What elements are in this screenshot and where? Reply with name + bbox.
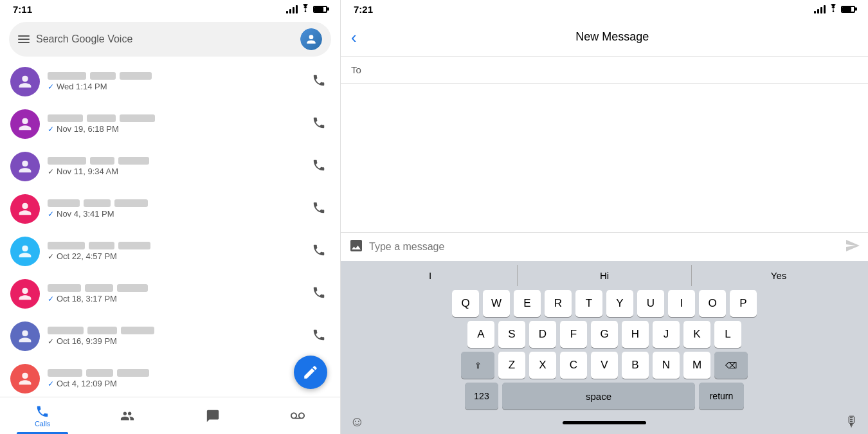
search-input[interactable]: Search Google Voice bbox=[36, 33, 294, 45]
key-i[interactable]: I bbox=[668, 290, 695, 317]
key-y[interactable]: Y bbox=[606, 290, 633, 317]
key-p[interactable]: P bbox=[730, 290, 757, 317]
message-status-icon: ✓ bbox=[48, 294, 54, 303]
shift-key[interactable]: ⇧ bbox=[461, 352, 494, 379]
wifi-icon bbox=[828, 4, 838, 15]
list-item[interactable]: ✓ Nov 4, 3:41 PM bbox=[0, 188, 340, 230]
key-a[interactable]: A bbox=[467, 321, 494, 348]
to-label: To bbox=[351, 64, 361, 75]
key-j[interactable]: J bbox=[653, 321, 680, 348]
recipient-input[interactable] bbox=[366, 64, 858, 75]
battery-icon bbox=[841, 6, 855, 13]
left-panel: 7:11 Searc bbox=[0, 0, 341, 434]
suggestion-hi[interactable]: Hi bbox=[518, 265, 692, 286]
call-button[interactable] bbox=[308, 112, 330, 136]
list-item[interactable]: ✓ Nov 11, 9:34 AM bbox=[0, 145, 340, 188]
contact-info: ✓ Oct 22, 4:57 PM bbox=[48, 242, 300, 261]
time-right: 7:21 bbox=[354, 4, 373, 15]
status-bar-left: 7:11 bbox=[0, 0, 340, 18]
key-d[interactable]: D bbox=[529, 321, 556, 348]
home-bar bbox=[563, 421, 646, 424]
key-n[interactable]: N bbox=[653, 352, 680, 379]
key-l[interactable]: L bbox=[714, 321, 741, 348]
list-item[interactable]: ✓ Wed 1:14 PM bbox=[0, 60, 340, 103]
keyboard: I Hi Yes Q W E R T Y U I O P A S D F G H… bbox=[341, 261, 868, 434]
svg-point-0 bbox=[305, 10, 307, 12]
nav-calls[interactable]: Calls bbox=[0, 397, 85, 434]
call-button[interactable] bbox=[308, 282, 330, 306]
list-item[interactable]: ✓ Oct 18, 3:17 PM bbox=[0, 273, 340, 315]
suggestion-i[interactable]: I bbox=[343, 265, 518, 286]
contact-list: ✓ Wed 1:14 PM ✓ Nov 19, 6:18 P bbox=[0, 60, 340, 397]
message-status-icon: ✓ bbox=[48, 379, 54, 388]
keyboard-row-1: Q W E R T Y U I O P bbox=[343, 290, 865, 317]
list-item[interactable]: ✓ Oct 22, 4:57 PM bbox=[0, 230, 340, 273]
suggestion-yes[interactable]: Yes bbox=[692, 265, 865, 286]
key-o[interactable]: O bbox=[699, 290, 726, 317]
list-item[interactable]: ✓ Nov 19, 6:18 PM bbox=[0, 103, 340, 145]
call-button[interactable] bbox=[308, 324, 330, 348]
avatar bbox=[10, 152, 40, 181]
avatar bbox=[10, 279, 40, 309]
key-q[interactable]: Q bbox=[452, 290, 479, 317]
nav-contacts[interactable] bbox=[85, 397, 170, 434]
avatar bbox=[10, 109, 40, 139]
key-u[interactable]: U bbox=[637, 290, 664, 317]
list-item[interactable]: ✓ Oct 16, 9:39 PM bbox=[0, 315, 340, 357]
avatar bbox=[10, 237, 40, 266]
call-button[interactable] bbox=[308, 69, 330, 94]
message-timestamp: Oct 16, 9:39 PM bbox=[57, 336, 117, 346]
keyboard-row-3: ⇧ Z X C V B N M ⌫ bbox=[343, 352, 865, 379]
search-bar[interactable]: Search Google Voice bbox=[9, 22, 331, 57]
key-s[interactable]: S bbox=[498, 321, 525, 348]
avatar bbox=[10, 321, 40, 351]
to-field: To bbox=[341, 57, 868, 84]
call-button[interactable] bbox=[308, 197, 330, 221]
key-c[interactable]: C bbox=[560, 352, 587, 379]
key-x[interactable]: X bbox=[529, 352, 556, 379]
key-t[interactable]: T bbox=[575, 290, 602, 317]
keyboard-row-2: A S D F G H J K L bbox=[343, 321, 865, 348]
key-h[interactable]: H bbox=[622, 321, 649, 348]
key-f[interactable]: F bbox=[560, 321, 587, 348]
emoji-button[interactable]: ☺ bbox=[350, 413, 364, 430]
message-timestamp: Oct 4, 12:09 PM bbox=[57, 379, 117, 388]
numbers-key[interactable]: 123 bbox=[465, 383, 498, 410]
key-k[interactable]: K bbox=[683, 321, 710, 348]
mic-button[interactable]: 🎙 bbox=[845, 413, 859, 430]
nav-voicemail[interactable] bbox=[255, 397, 340, 434]
return-key[interactable]: return bbox=[699, 383, 744, 410]
menu-icon[interactable] bbox=[18, 35, 30, 43]
key-b[interactable]: B bbox=[622, 352, 649, 379]
back-button[interactable]: ‹ bbox=[351, 29, 357, 46]
call-button[interactable] bbox=[308, 154, 330, 179]
send-button[interactable] bbox=[845, 238, 860, 256]
key-r[interactable]: R bbox=[545, 290, 572, 317]
right-panel: 7:21 ‹ New Message bbox=[341, 0, 868, 434]
message-input[interactable] bbox=[369, 241, 840, 253]
key-m[interactable]: M bbox=[683, 352, 710, 379]
signal-icon bbox=[286, 5, 298, 14]
call-button[interactable] bbox=[308, 239, 330, 264]
attach-image-button[interactable] bbox=[348, 238, 364, 256]
avatar bbox=[10, 364, 40, 393]
key-w[interactable]: W bbox=[483, 290, 510, 317]
space-key[interactable]: space bbox=[502, 383, 695, 410]
avatar bbox=[10, 194, 40, 224]
message-status-icon: ✓ bbox=[48, 167, 54, 176]
message-status-icon: ✓ bbox=[48, 210, 54, 219]
key-z[interactable]: Z bbox=[498, 352, 525, 379]
nav-messages[interactable] bbox=[170, 397, 255, 434]
key-g[interactable]: G bbox=[591, 321, 618, 348]
contact-info: ✓ Nov 19, 6:18 PM bbox=[48, 114, 300, 134]
wifi-icon bbox=[300, 4, 311, 15]
battery-icon bbox=[313, 6, 327, 13]
avatar[interactable] bbox=[300, 28, 322, 50]
compose-fab[interactable] bbox=[294, 356, 327, 389]
key-v[interactable]: V bbox=[591, 352, 618, 379]
backspace-key[interactable]: ⌫ bbox=[714, 352, 748, 379]
key-e[interactable]: E bbox=[514, 290, 541, 317]
list-item[interactable]: ✓ Oct 4, 12:09 PM bbox=[0, 357, 340, 397]
emoji-mic-row: ☺ 🎙 bbox=[343, 412, 865, 431]
signal-icon bbox=[814, 5, 826, 14]
